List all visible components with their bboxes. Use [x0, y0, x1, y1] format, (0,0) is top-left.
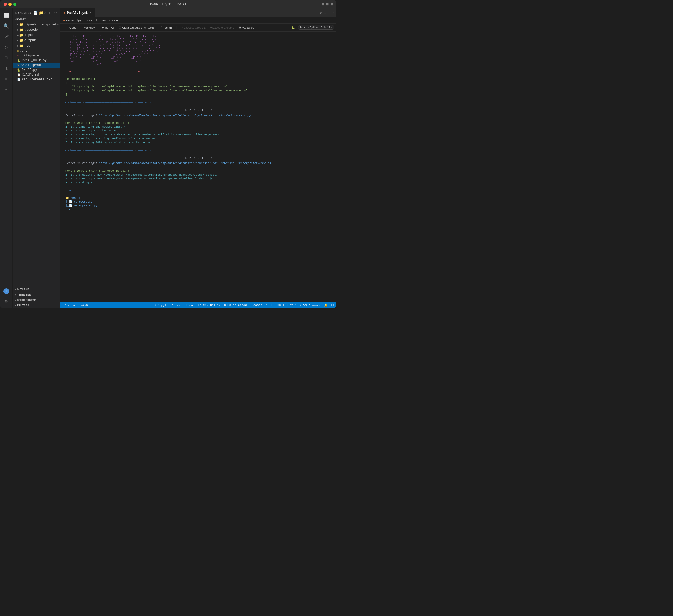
tab-close-button[interactable]: ×	[89, 11, 92, 15]
item-label: PwnAI.ipynb	[20, 63, 41, 67]
search-icon[interactable]: 🔍	[2, 21, 11, 31]
close-button[interactable]	[4, 3, 7, 6]
user-avatar[interactable]: U	[3, 288, 9, 294]
item-label: res	[24, 44, 30, 48]
item-label: PwnAI_bulk.py	[22, 59, 47, 62]
grid-icon[interactable]: ⊞	[331, 2, 333, 7]
folder-icon: 📁	[19, 38, 23, 43]
git-branch[interactable]: ⎇ main	[62, 303, 75, 307]
main-layout: ⬜ 🔍 ⎇ ▷ ⊞ ⚗ ≡ ⚡ U ⚙ EXPLORER 📄 📁 ↺ ⊟ ···…	[0, 8, 336, 308]
more-icon: ···	[259, 26, 261, 29]
sidebar-item-output[interactable]: ▶ 📁 output	[13, 38, 60, 43]
tab-label: PwnAI.ipynb	[67, 11, 88, 15]
kernel-icon[interactable]: 🐍	[289, 25, 297, 30]
toolbar-more-button[interactable]: ···	[257, 25, 263, 30]
layout-icon[interactable]: ⊟	[322, 2, 324, 7]
search-source-1: Search source input:https://github.com/r…	[65, 113, 332, 117]
sidebar: EXPLORER 📄 📁 ↺ ⊟ ··· ▾ PWNAI ▶ 📁 .ipynb_…	[13, 8, 60, 308]
sync-status[interactable]: ↺	[77, 303, 79, 307]
sidebar-item-bulk-py[interactable]: 🐍 PwnAI_bulk.py	[13, 58, 60, 63]
vs-browser[interactable]: ⊞ VS Browser	[300, 303, 321, 307]
clear-outputs-button[interactable]: ⊡ Clear Outputs of All Cells	[117, 25, 156, 30]
variables-button[interactable]: ⊞ Variables	[237, 25, 256, 30]
tab-pwnai-nb[interactable]: ⊞ PwnAI.ipynb ×	[60, 8, 95, 17]
spaces-setting[interactable]: Spaces: 4	[252, 303, 267, 307]
new-folder-icon[interactable]: 📁	[39, 11, 43, 15]
run-icon: ▶	[102, 26, 104, 29]
folder-icon: 📁	[19, 28, 23, 32]
sidebar-item-input[interactable]: ▶ 📁 input	[13, 33, 60, 38]
activity-bottom: U ⚙	[2, 287, 11, 308]
collapse-icon[interactable]: ⊟	[47, 11, 50, 15]
sidebar-item-vscode[interactable]: ▶ 📁 .vscode	[13, 27, 60, 33]
sidebar-item-pwnai-py[interactable]: 🐍 PwnAI.py	[13, 68, 60, 72]
execute-group2-button[interactable]: ⧫ Execute Group 2	[208, 25, 236, 30]
exec-group1-label: Execute Group 1	[184, 26, 206, 29]
root-folder[interactable]: ▾ PWNAI	[13, 17, 60, 22]
line-ending[interactable]: LF	[271, 303, 274, 307]
gear-icon[interactable]: ⚙	[320, 11, 322, 15]
title-bar: PwnAI.ipynb — PwnAI ⊟ ⊞ ⊞	[0, 0, 336, 8]
settings-icon[interactable]: ⚙	[2, 296, 11, 306]
flask-icon[interactable]: ⚗	[2, 64, 11, 73]
cell-count[interactable]: Cell 4 of 4	[277, 303, 297, 307]
explorer-icon[interactable]: ⬜	[2, 11, 11, 20]
run-all-button[interactable]: ▶ Run All	[100, 25, 116, 30]
refresh-icon[interactable]: ↺	[44, 11, 46, 15]
new-file-icon[interactable]: 📄	[33, 11, 38, 15]
cell-results2-output: R E S U L T S Search source input:https:…	[60, 153, 336, 188]
maximize-button[interactable]	[13, 3, 16, 6]
sidebar-title: EXPLORER	[15, 11, 32, 15]
results-badge-text: R E S U L T S	[184, 108, 214, 112]
window-title: PwnAI.ipynb — PwnAI	[150, 2, 186, 6]
jupyter-server[interactable]: ⚡ Jupyter Server: Local	[154, 303, 195, 307]
notebook-content[interactable]: _|\ _|\ _|\ _|\ _|\ _|\ _|\ _|\ _|\ _|\ …	[60, 32, 336, 302]
sidebar-item-readme[interactable]: 📋 README.md	[13, 72, 60, 77]
sidebar-icons: 📄 📁 ↺ ⊟ ···	[33, 11, 57, 15]
outline-section[interactable]: ▶ OUTLINE	[13, 287, 60, 292]
more-icon[interactable]: ···	[328, 11, 334, 15]
more-icon[interactable]: ···	[51, 11, 57, 15]
error-warning[interactable]: ◎4⚠9	[81, 303, 88, 307]
item-label: PwnAI.py	[22, 68, 37, 72]
restart-button[interactable]: ↺ Restart	[158, 25, 174, 30]
results1-item1: 1. It's importing the socket library	[65, 125, 332, 129]
filters-section[interactable]: ▶ FILTERS	[13, 303, 60, 308]
lightning-icon[interactable]: ⚡	[2, 85, 11, 94]
sidebar-item-res[interactable]: ▶ 📁 res	[13, 43, 60, 48]
breadcrumb-file[interactable]: PwnAI.ipynb	[66, 19, 85, 22]
execute-group1-button[interactable]: ▷ Execute Group 1	[179, 25, 207, 30]
sidebar-item-checkpoints[interactable]: ▶ 📁 .ipynb_checkpoints	[13, 22, 60, 27]
extensions-icon[interactable]: ⊞	[2, 53, 11, 62]
spectrogram-section[interactable]: ▶ SPECTROGRAM	[13, 297, 60, 303]
item-label: .ipynb_checkpoints	[24, 23, 59, 26]
exec-icon: ⧫	[210, 26, 212, 29]
bell-icon[interactable]: 🔔	[324, 303, 328, 307]
list-icon[interactable]: ≡	[2, 74, 11, 84]
item-label: .vscode	[24, 28, 38, 32]
layout-icon[interactable]: ⊟	[324, 11, 326, 15]
sidebar-item-env[interactable]: ⚙ .env	[13, 48, 60, 53]
cursor-position[interactable]: Ln 99, Col 12 (3023 selected)	[198, 303, 248, 307]
timeline-section[interactable]: ▶ TIMELINE	[13, 292, 60, 297]
results2-item3: 3. It's adding a	[65, 181, 332, 185]
breadcrumb-section[interactable]: #Bulk OpenAI Search	[89, 19, 122, 22]
source-control-icon[interactable]: ⎇	[2, 32, 11, 41]
debug-icon[interactable]: ▷	[2, 42, 11, 52]
minimize-button[interactable]	[8, 3, 12, 6]
sidebar-item-gitignore[interactable]: ◈ .gitignore	[13, 53, 60, 58]
sidebar-item-pwnai-nb[interactable]: ⊞ PwnAI.ipynb	[13, 63, 60, 68]
split-icon[interactable]: ⊞	[326, 2, 328, 7]
kernel-badge[interactable]: base (Python 3.9.12)	[298, 25, 334, 30]
exec-icon: ▷	[181, 26, 183, 29]
editor-area: ⊞ PwnAI.ipynb × ⚙ ⊟ ··· ⊞ PwnAI.ipynb › …	[60, 8, 336, 308]
cell-search-output: searching OpenAI for [ "https://github.c…	[60, 74, 336, 100]
blue-divider-3: - —+——— —— - ———————————————————————————…	[65, 189, 332, 192]
brackets-icon[interactable]: {}	[331, 303, 334, 307]
searching-text: searching OpenAI for [ "https://github.c…	[65, 77, 332, 96]
chevron-icon: ▶	[17, 34, 19, 37]
sidebar-item-requirements[interactable]: 📄 requirements.txt	[13, 77, 60, 82]
tab-file-icon: ⊞	[64, 11, 65, 15]
add-markdown-button[interactable]: + Markdown	[79, 25, 99, 30]
add-code-button[interactable]: + + Code	[62, 25, 78, 30]
